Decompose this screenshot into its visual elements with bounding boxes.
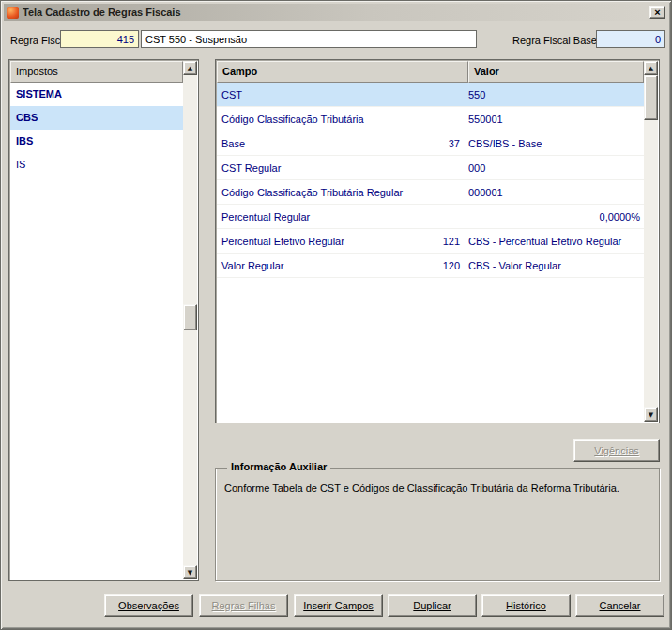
impostos-panel: Impostos SISTEMA CBS IBS IS ▲ ▼ [8, 59, 199, 581]
dialog-regras-fiscais: Tela Cadastro de Regras Fiscais × Regra … [0, 0, 672, 630]
inserir-campos-button[interactable]: Inserir Campos [294, 594, 383, 617]
column-header-valor[interactable]: Valor [468, 61, 644, 83]
historico-button[interactable]: Histórico [481, 594, 571, 617]
scroll-down-icon[interactable]: ▼ [644, 407, 658, 422]
campos-table-panel: Campo Valor CST 550 Código Classificação… [215, 59, 660, 423]
valor-desc-cell: 000 [468, 162, 644, 174]
impostos-item-cbs[interactable]: CBS [10, 106, 183, 130]
vigencias-button: Vigências [573, 439, 660, 462]
valor-desc-cell: 000001 [468, 187, 644, 198]
table-scrollbar[interactable]: ▲ ▼ [644, 61, 658, 422]
campo-cell: Percentual Efetivo Regular [217, 236, 404, 247]
valor-num-cell: 121 [404, 236, 460, 247]
table-row[interactable]: Valor Regular 120 CBS - Valor Regular [217, 254, 644, 278]
table-row[interactable]: Base 37 CBS/IBS - Base [217, 131, 644, 156]
valor-desc-cell: 550001 [468, 114, 644, 125]
informacao-auxiliar-text: Conforme Tabela de CST e Códigos de Clas… [224, 482, 650, 495]
impostos-item-sistema[interactable]: SISTEMA [10, 83, 183, 106]
impostos-scrollbar[interactable]: ▲ ▼ [183, 61, 197, 579]
table-row[interactable]: CST 550 [217, 83, 644, 107]
regra-fiscal-base-input[interactable] [596, 30, 665, 48]
impostos-list: SISTEMA CBS IBS IS [10, 83, 183, 579]
impostos-column-header[interactable]: Impostos [10, 61, 183, 83]
column-header-campo[interactable]: Campo [217, 61, 468, 83]
table-row[interactable]: Percentual Regular 0,0000% [217, 205, 644, 229]
close-icon[interactable]: × [649, 6, 665, 19]
valor-num-cell: 37 [404, 138, 460, 149]
scrollbar-thumb[interactable] [183, 304, 197, 330]
campo-cell: CST Regular [217, 162, 404, 174]
valor-desc-cell: CBS/IBS - Base [468, 138, 644, 149]
campo-cell: Código Classificação Tributária Regular [217, 187, 404, 198]
campo-cell: Código Classificação Tributária [217, 114, 404, 125]
duplicar-button[interactable]: Duplicar [388, 594, 477, 617]
window-title: Tela Cadastro de Regras Fiscais [23, 7, 181, 18]
table-row[interactable]: Percentual Efetivo Regular 121 CBS - Per… [217, 229, 644, 254]
groupbox-title: Informação Auxiliar [227, 461, 330, 472]
valor-num-cell: 120 [404, 260, 460, 271]
campo-cell: CST [217, 89, 404, 100]
table-row[interactable]: CST Regular 000 [217, 156, 644, 180]
title-bar[interactable]: Tela Cadastro de Regras Fiscais × [4, 4, 668, 21]
impostos-item-is[interactable]: IS [10, 153, 183, 177]
informacao-auxiliar-groupbox: Informação Auxiliar Conforme Tabela de C… [215, 468, 660, 581]
regra-descricao-input[interactable] [141, 30, 477, 48]
table-row[interactable]: Código Classificação Tributária 550001 [217, 107, 644, 131]
campo-cell: Base [217, 138, 404, 149]
scroll-up-icon[interactable]: ▲ [644, 61, 658, 75]
campo-cell: Valor Regular [217, 260, 404, 271]
valor-desc-cell: 550 [468, 89, 644, 100]
app-icon [7, 7, 19, 19]
regra-fiscal-input[interactable] [60, 30, 139, 48]
valor-desc-cell: CBS - Valor Regular [468, 260, 644, 271]
table-body: CST 550 Código Classificação Tributária … [217, 83, 644, 422]
cancelar-button[interactable]: Cancelar [575, 594, 664, 617]
scroll-up-icon[interactable]: ▲ [183, 61, 197, 75]
regra-fiscal-base-label: Regra Fiscal Base [512, 35, 597, 46]
table-row[interactable]: Código Classificação Tributária Regular … [217, 180, 644, 205]
scrollbar-thumb[interactable] [644, 75, 658, 120]
valor-desc-cell: CBS - Percentual Efetivo Regular [468, 236, 644, 247]
regras-filhas-button: Regras Filhas [199, 594, 288, 617]
observacoes-button[interactable]: Observações [104, 594, 193, 617]
campo-cell: Percentual Regular [217, 211, 404, 223]
table-header-row: Campo Valor [217, 61, 644, 83]
scroll-down-icon[interactable]: ▼ [183, 565, 197, 579]
impostos-item-ibs[interactable]: IBS [10, 130, 183, 153]
valor-desc-cell: 0,0000% [468, 211, 644, 223]
